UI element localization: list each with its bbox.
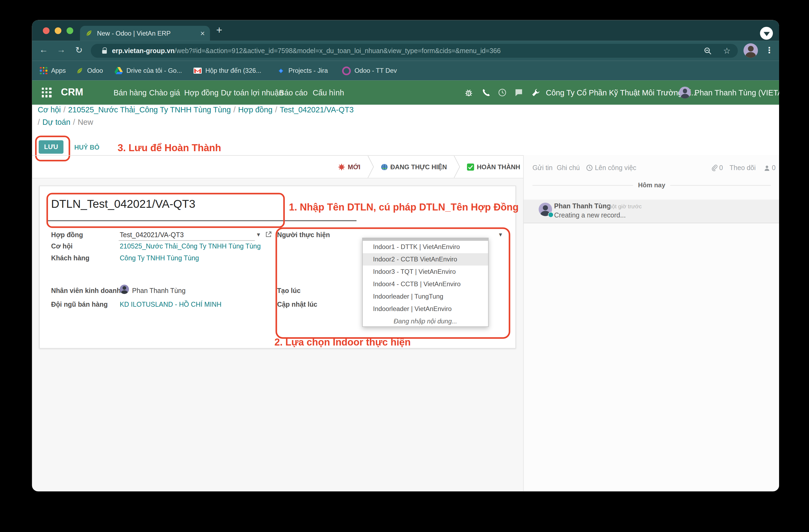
annotation-step2: 2. Lựa chọn Indoor thực hiện <box>275 337 411 348</box>
menu-du-toan-loi-nhuan[interactable]: Dự toán lợi nhuận <box>221 88 283 97</box>
stage-hoan-thanh[interactable]: HOÀN THÀNH <box>460 163 527 171</box>
breadcrumb-hop-dong[interactable]: Hợp đồng <box>238 105 272 114</box>
divider <box>32 178 523 178</box>
bookmark-drive[interactable]: Drive của tôi - Go... <box>115 61 182 81</box>
breadcrumb-line2: /Dự toán/New <box>38 118 93 126</box>
apps-menu-icon[interactable] <box>42 88 52 97</box>
breadcrumb-du-toan[interactable]: Dự toán <box>42 118 70 126</box>
dropdown-option[interactable]: Indoorleader | TungTung <box>363 290 488 303</box>
browser-toolbar: erp.vietan-group.vn/web?#id=&action=912&… <box>32 41 779 61</box>
browser-tab[interactable]: New - Odoo | VietAn ERP <box>80 26 210 41</box>
field-co-hoi-link[interactable]: 210525_Nước Thải_Công Ty TNHH Tùng Tùng <box>120 242 261 250</box>
dropdown-option-highlighted[interactable]: Indoor2 - CCTB VietAnEnviro <box>363 253 488 265</box>
bookmark-apps[interactable]: Apps <box>40 61 66 81</box>
company-switcher[interactable]: Công Ty Cổ Phần Kỹ Thuật Môi Trường Vi..… <box>546 88 698 97</box>
breadcrumb-opportunity[interactable]: 210525_Nước Thải_Công Ty TNHH Tùng Tùng <box>68 105 231 114</box>
online-status-dot <box>548 212 554 217</box>
follow-button[interactable]: Theo dõi <box>729 164 756 172</box>
discard-button[interactable]: HUỶ BỎ <box>71 143 102 152</box>
user-menu[interactable]: Phan Thanh Tùng (VIETAN) <box>694 88 779 97</box>
menu-chao-gia[interactable]: Chào giá <box>149 88 180 97</box>
assignee-dropdown: Indoor1 - DTTK | VietAnEnviro Indoor2 - … <box>362 238 489 327</box>
dropdown-option[interactable]: Indoorleader | VietAnEnviro <box>363 303 488 315</box>
follower-icon[interactable] <box>764 165 771 172</box>
stage-label: HOÀN THÀNH <box>477 163 520 171</box>
breadcrumb-separator: / <box>275 105 277 114</box>
field-doi-ngu-link[interactable]: KD ILOTUSLAND - HỒ CHÍ MINH <box>120 301 221 308</box>
user-avatar[interactable] <box>679 87 691 99</box>
chatter-tab-send[interactable]: Gửi tin <box>532 164 553 172</box>
tab-title: New - Odoo | VietAn ERP <box>97 30 200 37</box>
maximize-window-button[interactable] <box>67 27 73 34</box>
globe-icon <box>380 163 388 171</box>
back-button[interactable] <box>39 45 48 55</box>
salesperson-avatar <box>120 285 129 294</box>
field-khach-hang-link[interactable]: Công Ty TNHH Tùng Tùng <box>120 254 199 262</box>
stage-moi[interactable]: MỚI <box>331 163 367 171</box>
new-tab-button[interactable] <box>216 24 222 36</box>
breadcrumb: Cơ hội/210525_Nước Thải_Công Ty TNHH Tùn… <box>38 105 354 114</box>
attachment-count: 0 <box>719 164 723 172</box>
bug-icon[interactable] <box>464 88 473 97</box>
close-window-button[interactable] <box>43 27 50 34</box>
annotation-step1: 1. Nhập Tên DTLN, cú pháp DTLN_Tên Hợp Đ… <box>289 201 519 213</box>
chatter-tab-note[interactable]: Ghi chú <box>556 164 580 172</box>
field-nhan-vien[interactable]: Phan Thanh Tùng <box>132 287 186 295</box>
bookmark-odoo-ttdev[interactable]: Odoo - TT Dev <box>342 61 397 81</box>
chevron-down-icon <box>763 32 770 36</box>
tab-close-icon[interactable] <box>200 29 205 37</box>
bookmark-label: Drive của tôi - Go... <box>126 67 182 74</box>
message-timestamp: - một giờ trước <box>604 203 642 209</box>
dropdown-option[interactable]: Indoor4 - CCTB | VietAnEnviro <box>363 278 488 290</box>
bookmark-odoo[interactable]: Odoo <box>76 61 103 81</box>
burst-icon <box>338 163 345 171</box>
schedule-clock-icon <box>586 164 593 171</box>
browser-profile-avatar[interactable] <box>743 43 758 58</box>
bookmark-star-icon[interactable] <box>723 46 730 55</box>
messages-icon[interactable] <box>515 88 523 97</box>
avatar-silhouette <box>681 94 689 99</box>
forward-button[interactable] <box>57 45 66 55</box>
bookmark-gmail[interactable]: Hộp thư đến (326... <box>193 61 261 81</box>
address-bar[interactable]: erp.vietan-group.vn/web?#id=&action=912&… <box>91 44 738 58</box>
zoom-icon[interactable] <box>704 47 712 55</box>
check-icon <box>467 163 474 171</box>
bookmark-jira[interactable]: Projects - Jira <box>277 61 328 81</box>
chatter-tab-activity[interactable]: Lên công việc <box>595 164 636 172</box>
label-hop-dong: Hợp đồng <box>51 231 83 239</box>
divider <box>670 185 771 185</box>
odoo-leaf-favicon <box>85 29 93 37</box>
paperclip-icon[interactable] <box>711 164 718 171</box>
external-link-icon[interactable] <box>265 231 272 238</box>
menu-bao-cao[interactable]: Báo cáo <box>279 88 307 97</box>
wrench-icon[interactable] <box>532 88 540 97</box>
breadcrumb-co-hoi[interactable]: Cơ hội <box>38 105 61 114</box>
stage-dang-thuc-hien[interactable]: ĐANG THỰC HIỆN <box>374 163 453 171</box>
dropdown-scrollbar[interactable] <box>363 238 488 241</box>
field-hop-dong[interactable]: Test_042021/VA-QT3 <box>120 231 184 239</box>
avatar-silhouette <box>746 52 756 58</box>
today-divider: Hôm nay <box>532 181 771 189</box>
activity-clock-icon[interactable] <box>498 88 507 97</box>
stage-separator <box>367 156 374 178</box>
breadcrumb-contract[interactable]: Test_042021/VA-QT3 <box>280 105 354 114</box>
bookmark-label: Hộp thư đến (326... <box>205 67 261 74</box>
url-text: erp.vietan-group.vn/web?#id=&action=912&… <box>112 47 500 55</box>
breadcrumb-separator: / <box>234 105 236 114</box>
app-name[interactable]: CRM <box>61 87 83 98</box>
breadcrumb-separator: / <box>63 105 66 114</box>
menu-hop-dong[interactable]: Hợp đồng <box>184 88 219 97</box>
menu-ban-hang[interactable]: Bán hàng <box>114 88 147 97</box>
annotation-box-save <box>35 136 70 161</box>
reload-button[interactable] <box>75 45 83 55</box>
odoo-navbar: CRM Bán hàng Chào giá Hợp đồng Dự toán l… <box>32 80 779 105</box>
dropdown-option[interactable]: Indoor1 - DTTK | VietAnEnviro <box>363 241 488 253</box>
dropdown-caret-icon[interactable] <box>257 231 260 238</box>
browser-menu-icon[interactable] <box>765 45 773 55</box>
annotation-step3: 3. Lưu để Hoàn Thành <box>118 142 221 154</box>
menu-cau-hinh[interactable]: Cấu hình <box>312 88 344 97</box>
phone-icon[interactable] <box>482 88 491 97</box>
tab-search-menu[interactable] <box>760 27 773 40</box>
minimize-window-button[interactable] <box>55 27 62 34</box>
dropdown-option[interactable]: Indoor3 - TQT | VietAnEnviro <box>363 265 488 278</box>
